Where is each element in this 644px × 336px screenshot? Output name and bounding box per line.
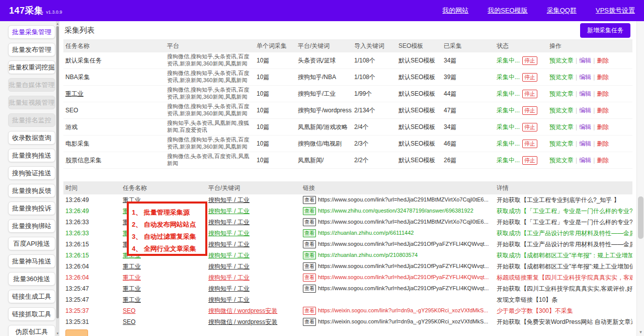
- sidebar-item[interactable]: 链接抓取工具: [8, 307, 55, 321]
- preview-article-link[interactable]: 预览文章: [549, 90, 574, 97]
- platform-keyword-link[interactable]: 搜狗知乎 / 工业: [208, 208, 250, 215]
- stop-button[interactable]: 停止: [522, 123, 537, 131]
- task-name[interactable]: 重工业: [65, 90, 84, 97]
- stop-button[interactable]: 停止: [522, 90, 537, 98]
- result-url[interactable]: https://www.sogou.com/link?url=hedJjaC29…: [318, 274, 489, 280]
- view-button[interactable]: 查看: [303, 307, 316, 315]
- sidebar-scrollbar-thumb[interactable]: [56, 26, 59, 318]
- sidebar-item[interactable]: 批量搜狗投诉: [8, 201, 55, 215]
- platform-keyword-link[interactable]: 搜狗微信 / wordpress安装: [208, 318, 277, 325]
- sidebar-scrollbar[interactable]: ▲ ▼: [56, 21, 59, 336]
- view-button[interactable]: 查看: [303, 207, 316, 215]
- scroll-up-icon[interactable]: ▲: [56, 21, 59, 26]
- view-button[interactable]: 查看: [303, 240, 316, 248]
- result-url[interactable]: https://zhuanlan.zhihu.com/p/66111442: [318, 230, 414, 236]
- log-row: 13:26:04重工业搜狗知乎 / 工业查看https://www.sogou.…: [63, 272, 632, 283]
- platform-keyword-link[interactable]: 搜狗知乎 / 工业: [208, 263, 250, 270]
- task-name-link[interactable]: 重工业: [123, 285, 141, 292]
- new-task-button[interactable]: 新增采集任务: [580, 23, 630, 38]
- sidebar-item[interactable]: 批量神马推送: [8, 254, 55, 268]
- sidebar-item[interactable]: 搜狗验证推送: [8, 166, 55, 180]
- sidebar-item[interactable]: 批量搜狗绑站: [8, 219, 55, 233]
- pagination-button[interactable]: [65, 329, 88, 336]
- result-url[interactable]: https://www.sogou.com/link?url=hedJjaC29…: [318, 196, 489, 203]
- stop-button[interactable]: 停止: [522, 106, 537, 115]
- scroll-down-icon[interactable]: ▼: [56, 331, 59, 336]
- platform-keyword-link[interactable]: 搜狗知乎 / 工业: [208, 274, 250, 281]
- preview-article-link[interactable]: 预览文章: [549, 107, 574, 114]
- sidebar-item[interactable]: 伪原创工具: [8, 325, 55, 336]
- edit-link[interactable]: 编辑: [579, 157, 591, 164]
- view-button[interactable]: 查看: [303, 285, 316, 293]
- result-url[interactable]: https://www.zhihu.com/question/324787199…: [318, 208, 473, 214]
- sidebar-item[interactable]: 收录数据查询: [8, 131, 55, 145]
- delete-link[interactable]: 删除: [597, 90, 609, 97]
- delete-link[interactable]: 删除: [597, 57, 609, 64]
- result-url[interactable]: https://www.sogou.com/link?url=hedJjaC29…: [318, 241, 489, 247]
- sidebar-item[interactable]: 批量权重词挖掘: [8, 60, 55, 74]
- delete-link[interactable]: 删除: [597, 107, 609, 114]
- sidebar-item[interactable]: 链接生成工具: [8, 290, 55, 303]
- edit-link[interactable]: 编辑: [579, 140, 591, 147]
- edit-link[interactable]: 编辑: [579, 74, 591, 81]
- delete-link[interactable]: 删除: [597, 74, 609, 81]
- stop-button[interactable]: 停止: [522, 156, 537, 165]
- sidebar-item[interactable]: 百度API推送: [8, 237, 55, 250]
- stop-button[interactable]: 停止: [522, 73, 537, 82]
- result-url[interactable]: https://weixin.sogou.com/link?url=dn9a_-…: [318, 307, 488, 313]
- view-button[interactable]: 查看: [303, 262, 316, 271]
- platform-keyword-link[interactable]: 搜狗知乎 / 工业: [208, 285, 250, 292]
- platform-keyword-link[interactable]: 搜狗知乎 / 工业: [208, 196, 250, 204]
- delete-link[interactable]: 删除: [597, 157, 609, 164]
- nav-link[interactable]: 我的SEO模版: [488, 6, 527, 15]
- edit-link[interactable]: 编辑: [579, 107, 591, 114]
- edit-link[interactable]: 编辑: [579, 57, 591, 64]
- nav-link[interactable]: 采集QQ群: [547, 6, 577, 15]
- sidebar-item[interactable]: 批量搜狗反馈: [8, 184, 55, 197]
- window-scrollbar[interactable]: ▼: [636, 21, 644, 336]
- sidebar-item[interactable]: 批量360推送: [8, 272, 55, 286]
- sidebar-item[interactable]: 批量搜狗推送: [8, 149, 55, 162]
- sidebar-item[interactable]: 批量采集管理: [8, 25, 55, 39]
- platform-keyword-link[interactable]: 搜狗微信 / wordpress安装: [208, 307, 277, 314]
- preview-article-link[interactable]: 预览文章: [549, 140, 574, 147]
- cell-platform: 搜狗知乎,头条资讯,凤凰新闻,搜狐新闻,百度爱资讯: [165, 120, 255, 134]
- task-name-link[interactable]: 重工业: [123, 274, 141, 281]
- platform-keyword-link[interactable]: 搜狗知乎 / 工业: [208, 219, 250, 226]
- scroll-down-icon[interactable]: ▼: [637, 329, 644, 336]
- delete-link[interactable]: 删除: [597, 123, 609, 130]
- preview-article-link[interactable]: 预览文章: [549, 123, 574, 130]
- delete-link[interactable]: 删除: [597, 140, 609, 147]
- sidebar-item[interactable]: 批量发布管理: [8, 43, 55, 56]
- result-url[interactable]: https://www.sogou.com/link?url=hedJjaC29…: [318, 263, 489, 269]
- view-button[interactable]: 查看: [303, 229, 316, 237]
- view-button[interactable]: 查看: [303, 251, 316, 259]
- result-url[interactable]: https://www.sogou.com/link?url=hedJjaC29…: [318, 219, 489, 225]
- window-scrollbar-thumb[interactable]: [638, 196, 643, 239]
- platform-keyword-link[interactable]: 搜狗知乎 / 工业: [208, 241, 250, 248]
- view-button[interactable]: 查看: [303, 318, 316, 326]
- stop-button[interactable]: 停止: [522, 140, 537, 148]
- view-button[interactable]: 查看: [303, 218, 316, 226]
- task-name-link[interactable]: SEO: [123, 307, 135, 314]
- task-name-link[interactable]: SEO: [123, 318, 135, 325]
- preview-article-link[interactable]: 预览文章: [549, 57, 574, 64]
- view-button[interactable]: 查看: [303, 274, 316, 282]
- edit-link[interactable]: 编辑: [579, 123, 591, 130]
- preview-article-link[interactable]: 预览文章: [549, 157, 574, 164]
- platform-keyword-link[interactable]: 搜狗知乎 / 工业: [208, 252, 250, 259]
- task-name-link[interactable]: 重工业: [123, 263, 141, 270]
- result-url[interactable]: https://weixin.sogou.com/link?url=dn9a_-…: [318, 318, 488, 324]
- platform-keyword-link[interactable]: 搜狗知乎 / 工业: [208, 230, 250, 237]
- result-url[interactable]: https://www.sogou.com/link?url=hedJjaC29…: [318, 285, 489, 291]
- view-button[interactable]: 查看: [303, 196, 316, 204]
- nav-link[interactable]: 我的网站: [442, 6, 468, 15]
- platform-keyword-link[interactable]: 搜狗知乎 / 工业: [208, 296, 250, 303]
- task-name-link[interactable]: 重工业: [123, 296, 141, 303]
- result-url[interactable]: https://zhuanlan.zhihu.com/p/210803574: [318, 252, 418, 258]
- edit-link[interactable]: 编辑: [579, 90, 591, 97]
- preview-article-link[interactable]: 预览文章: [549, 74, 574, 81]
- annotation-box: 1、 批量管理采集源 2、 自动发布网站站点 3、 自动过滤重复采集 4、 全网…: [127, 201, 207, 256]
- stop-button[interactable]: 停止: [522, 56, 537, 65]
- nav-link[interactable]: VPS拨号设置: [596, 6, 635, 15]
